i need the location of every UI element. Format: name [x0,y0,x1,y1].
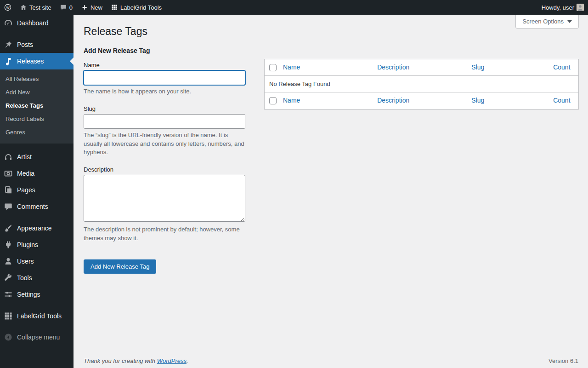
submenu-item-all-releases[interactable]: All Releases [0,72,74,86]
tags-list: Name Description Slug Count No Release T… [264,59,579,109]
column-header-name[interactable]: Name [283,63,300,71]
labelgrid-tools-menu[interactable]: LabelGrid Tools [107,0,166,15]
sidebar-item-label: Settings [17,291,40,298]
release-tags-table: Name Description Slug Count No Release T… [264,59,579,109]
sidebar-item-label: LabelGrid Tools [17,312,62,320]
menu-separator [0,303,74,308]
main-content: Screen Options Release Tags Add New Rele… [74,15,588,368]
table-footer-row: Name Description Slug Count [265,92,579,109]
settings-icon [4,290,13,299]
media-icon [4,169,13,178]
footer-thanks-period: . [187,357,188,364]
sidebar-item-label: Dashboard [17,19,49,27]
column-footer-slug[interactable]: Slug [471,97,484,104]
home-icon [20,4,27,11]
site-name-menu[interactable]: Test site [16,0,56,15]
description-label: Description [84,166,250,173]
column-footer-description[interactable]: Description [377,97,409,104]
submenu-item-release-tags[interactable]: Release Tags [0,99,74,112]
footer-thanks-text: Thank you for creating with [84,357,157,364]
comments-count: 0 [69,4,73,11]
screen-options-button[interactable]: Screen Options [515,15,579,29]
posts-icon [4,40,13,49]
sidebar-item-label: Comments [17,203,48,210]
labelgrid-icon [4,311,13,321]
sidebar-item-label: Posts [17,41,33,48]
page-title: Release Tags [84,19,579,40]
sidebar-item-label: Appearance [17,224,52,232]
name-label: Name [84,62,250,69]
column-footer-name[interactable]: Name [283,97,300,104]
artist-icon [4,152,13,161]
wordpress-logo-menu[interactable]: W [0,0,16,15]
sidebar-item-label: Artist [17,153,32,161]
sidebar-item-releases[interactable]: Releases [0,53,74,69]
svg-text:W: W [6,6,10,10]
submenu-item-add-new[interactable]: Add New [0,86,74,99]
add-new-release-tag-button[interactable]: Add New Release Tag [84,259,156,274]
sidebar-item-settings[interactable]: Settings [0,286,74,303]
sidebar-item-label: Tools [17,274,32,282]
my-account-menu[interactable]: Howdy, user [537,0,588,15]
description-help-text: The description is not prominent by defa… [84,225,245,243]
submenu-item-genres[interactable]: Genres [0,126,74,139]
wordpress-logo-icon: W [4,4,11,11]
slug-input[interactable] [84,114,245,129]
sidebar-item-label: Media [17,170,34,177]
releases-icon [4,57,13,66]
tools-icon [4,273,13,282]
sidebar-item-label: Releases [17,58,44,65]
plugins-icon [4,240,13,249]
version-label: Version 6.1 [548,357,578,364]
sidebar-item-users[interactable]: Users [0,253,74,270]
slug-label: Slug [84,105,250,112]
chevron-down-icon [567,20,572,23]
sidebar-item-comments[interactable]: Comments [0,198,74,215]
labelgrid-tools-label: LabelGrid Tools [120,4,162,11]
admin-menu: Dashboard Posts Releases All Releases Ad… [0,15,74,368]
footer-thanks: Thank you for creating with WordPress. [84,357,188,364]
empty-message: No Release Tag Found [265,76,579,92]
menu-separator [0,144,74,149]
column-header-count[interactable]: Count [553,63,570,71]
column-footer-count[interactable]: Count [553,97,570,104]
comments-icon [4,202,13,211]
slug-help-text: The “slug” is the URL-friendly version o… [84,131,245,157]
table-header-row: Name Description Slug Count [265,59,579,76]
name-help-text: The name is how it appears on your site. [84,87,245,96]
collapse-menu-label: Collapse menu [17,334,60,341]
comment-bubble-icon [60,4,67,11]
submenu-item-record-labels[interactable]: Record Labels [0,112,74,126]
howdy-label: Howdy, user [542,4,574,11]
dashboard-icon [4,18,13,28]
appearance-icon [4,224,13,233]
menu-separator [0,31,74,36]
sidebar-item-tools[interactable]: Tools [0,270,74,286]
name-input[interactable] [84,70,245,85]
sidebar-item-label: Pages [17,186,35,194]
sidebar-item-label: Users [17,258,34,265]
sidebar-item-appearance[interactable]: Appearance [0,220,74,236]
wordpress-link[interactable]: WordPress [157,357,187,364]
sidebar-item-media[interactable]: Media [0,165,74,182]
select-all-checkbox-bottom[interactable] [269,97,277,104]
sidebar-item-posts[interactable]: Posts [0,36,74,53]
select-all-checkbox[interactable] [269,64,277,71]
menu-separator [0,215,74,220]
grid-icon [111,4,118,11]
sidebar-item-dashboard[interactable]: Dashboard [0,15,74,31]
new-content-menu[interactable]: New [77,0,107,15]
avatar [577,4,584,11]
sidebar-item-pages[interactable]: Pages [0,182,74,198]
sidebar-item-labelgrid-tools[interactable]: LabelGrid Tools [0,308,74,324]
column-header-description[interactable]: Description [377,63,409,71]
comments-menu[interactable]: 0 [56,0,77,15]
sidebar-item-plugins[interactable]: Plugins [0,236,74,253]
description-textarea[interactable] [84,175,245,222]
sidebar-item-artist[interactable]: Artist [0,149,74,165]
column-header-slug[interactable]: Slug [471,63,484,71]
add-tag-form: Add New Release Tag Name The name is how… [84,40,250,274]
plus-icon [81,4,88,11]
collapse-menu-button[interactable]: Collapse menu [0,329,74,345]
pages-icon [4,185,13,195]
